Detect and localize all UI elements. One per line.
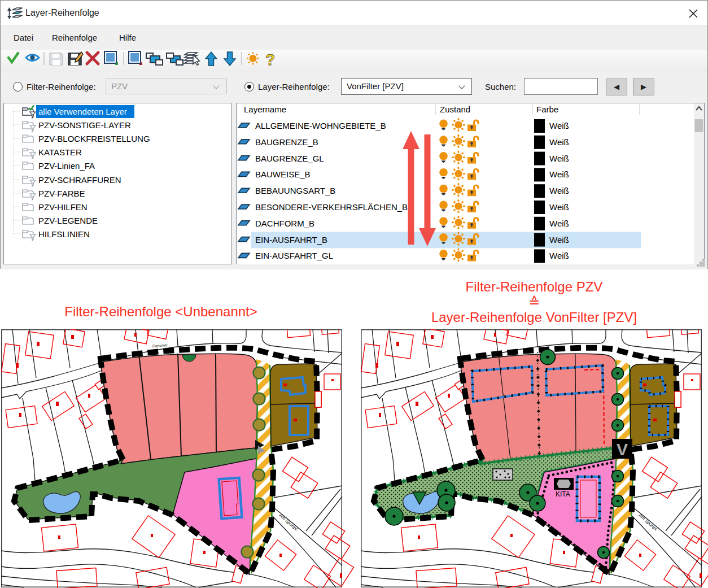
svg-text:ALLGEMEINE-WOHNGEBIETE_B: ALLGEMEINE-WOHNGEBIETE_B [255, 121, 386, 130]
svg-text:Weiß: Weiß [549, 121, 569, 130]
svg-text:BAUGRENZE_B: BAUGRENZE_B [255, 137, 318, 147]
svg-text:PZV-SONSTIGE-LAYER: PZV-SONSTIGE-LAYER [38, 120, 131, 130]
svg-text:EIN-AUSFAHRT_GL: EIN-AUSFAHRT_GL [255, 251, 333, 260]
svg-text:PZV-SCHRAFFUREN: PZV-SCHRAFFUREN [38, 175, 121, 185]
svg-text:Farbe: Farbe [536, 104, 558, 114]
svg-text:Weiß: Weiß [549, 219, 569, 228]
svg-text:EIN-AUSFAHRT_B: EIN-AUSFAHRT_B [255, 235, 327, 245]
svg-text:PZV-LEGENDE: PZV-LEGENDE [38, 216, 98, 225]
svg-text:PZV-FARBE: PZV-FARBE [38, 189, 85, 198]
svg-text:Rö: Rö [416, 493, 422, 498]
svg-text:Weiß: Weiß [549, 235, 569, 245]
svg-text:Weiß: Weiß [549, 202, 569, 212]
svg-text:Weiß: Weiß [549, 154, 569, 163]
svg-text:DACHFORM_B: DACHFORM_B [255, 219, 314, 228]
svg-text:Zustand: Zustand [440, 104, 470, 114]
svg-text:Weiß: Weiß [549, 137, 569, 147]
svg-text:PZV-HILFEN: PZV-HILFEN [38, 202, 88, 212]
svg-text:Layername: Layername [244, 104, 286, 114]
svg-text:BAUGRENZE_GL: BAUGRENZE_GL [255, 154, 324, 163]
svg-text:KITA: KITA [556, 490, 570, 498]
svg-text:BEBAUUNGSART_B: BEBAUUNGSART_B [255, 186, 335, 195]
svg-text:V: V [617, 440, 628, 459]
svg-text:Weiß: Weiß [549, 169, 569, 179]
svg-text:BAUWEISE_B: BAUWEISE_B [255, 169, 311, 179]
svg-text:BESONDERE-VERKEHRSFLÄCHEN_B: BESONDERE-VERKEHRSFLÄCHEN_B [255, 202, 408, 212]
svg-text:HILFSLINIEN: HILFSLINIEN [38, 229, 90, 239]
svg-text:Weiß: Weiß [549, 251, 569, 260]
svg-text:alle Verwendeten Layer: alle Verwendeten Layer [38, 107, 127, 116]
svg-text:KATASTER: KATASTER [38, 147, 82, 157]
svg-text:PZV-BLOCKFREISTELLUNG: PZV-BLOCKFREISTELLUNG [38, 134, 150, 143]
svg-text:PZV-Linien_FA: PZV-Linien_FA [38, 161, 95, 171]
svg-text:?: ? [265, 51, 275, 68]
svg-text:Weiß: Weiß [549, 186, 569, 195]
